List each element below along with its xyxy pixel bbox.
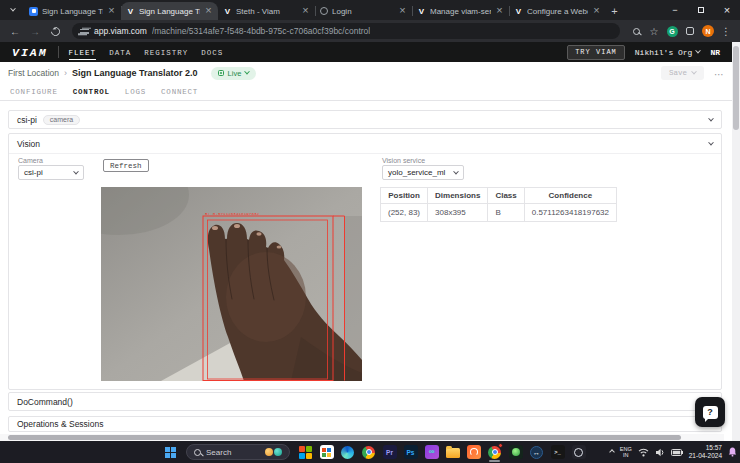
volume-icon[interactable] — [655, 448, 665, 457]
col-dimensions: Dimensions — [428, 188, 488, 204]
tab-close-icon[interactable] — [495, 6, 504, 16]
taskbar-file-explorer[interactable] — [442, 442, 463, 462]
vision-card: Vision Camera csi-pi Refresh Vision serv… — [8, 133, 722, 390]
tab-logs[interactable]: LOGS — [125, 88, 146, 96]
scrollbar-thumb[interactable] — [733, 46, 739, 130]
clock[interactable]: 15:57 21-04-2024 — [689, 444, 722, 461]
camera-component-card[interactable]: csi-pi camera — [8, 110, 722, 129]
extensions-button[interactable] — [682, 23, 698, 39]
taskbar-search[interactable]: Search — [186, 444, 290, 460]
wifi-icon[interactable] — [638, 448, 649, 457]
language-indicator[interactable]: ENG IN — [620, 446, 632, 459]
reload-button[interactable] — [46, 22, 64, 40]
breadcrumb-location-link[interactable]: First Location — [8, 68, 59, 78]
taskbar-purple-app[interactable]: ∞ — [421, 442, 442, 462]
cell-position: (252, 83) — [381, 204, 428, 222]
try-viam-button[interactable]: TRY VIAM — [567, 45, 625, 60]
more-options-button[interactable] — [714, 64, 724, 82]
chrome-icon — [362, 446, 375, 459]
tab-configure[interactable]: CONFIGURE — [10, 88, 58, 96]
horizontal-scrollbar[interactable] — [0, 434, 724, 441]
do-command-card[interactable]: DoCommand() — [8, 392, 722, 411]
save-label: Save — [669, 69, 687, 77]
chevron-down-icon[interactable] — [708, 139, 714, 145]
vision-service-select[interactable]: yolo_service_ml — [382, 165, 464, 180]
taskbar-chrome[interactable] — [358, 442, 379, 462]
tab-title: Configure a Webcam | Co — [527, 7, 588, 16]
grammarly-extension-button[interactable]: G — [664, 23, 680, 39]
operations-sessions-card[interactable]: Operations & Sessions — [8, 416, 722, 432]
windows-logo-icon — [165, 447, 176, 458]
tab-connect[interactable]: CONNECT — [161, 88, 198, 96]
machine-icon — [218, 70, 224, 76]
back-button[interactable]: ← — [6, 22, 24, 40]
tab-search-button[interactable] — [4, 2, 22, 18]
maximize-button[interactable] — [688, 0, 714, 20]
table-header-row: Position Dimensions Class Confidence — [381, 188, 617, 204]
taskbar-teamviewer[interactable]: ↔ — [526, 442, 547, 462]
divider — [58, 46, 59, 58]
scrollbar-thumb[interactable] — [8, 435, 681, 440]
tab-close-icon[interactable] — [398, 6, 407, 16]
address-bar[interactable]: app.viam.com /machine/5314afe7-f548-4bdb… — [72, 23, 620, 39]
zoom-page-button[interactable] — [628, 23, 644, 39]
chevron-down-icon[interactable] — [708, 115, 714, 121]
cell-confidence: 0.5711263418197632 — [524, 204, 616, 222]
taskbar-green-app[interactable] — [505, 442, 526, 462]
site-settings-icon[interactable] — [80, 27, 89, 35]
obs-icon — [572, 445, 586, 459]
taskbar-photoshop[interactable]: Ps — [400, 442, 421, 462]
browser-tab-4[interactable]: Login — [315, 2, 412, 20]
taskbar-chrome-active[interactable] — [484, 442, 505, 462]
browser-menu-button[interactable] — [718, 23, 734, 39]
browser-tab-2-active[interactable]: Sign Language Translato — [121, 2, 218, 20]
new-tab-button[interactable] — [606, 2, 623, 19]
tray-expand-icon[interactable] — [609, 449, 615, 455]
taskbar-edge[interactable] — [337, 442, 358, 462]
url-host: app.viam.com — [94, 26, 147, 36]
camera-select[interactable]: csi-pi — [18, 165, 84, 180]
taskbar-obs[interactable] — [568, 442, 589, 462]
nav-item-data[interactable]: DATA — [109, 45, 131, 59]
nav-item-registry[interactable]: REGISTRY — [144, 45, 188, 59]
tab-close-icon[interactable] — [204, 6, 213, 16]
refresh-button[interactable]: Refresh — [103, 159, 149, 172]
vertical-scrollbar[interactable] — [732, 42, 740, 441]
browser-tab-1[interactable]: Sign Language Translato — [24, 2, 121, 20]
notification-bell-icon[interactable] — [728, 447, 737, 457]
browser-tab-3[interactable]: Steth - Viam — [218, 2, 315, 20]
chevron-down-icon — [691, 69, 697, 75]
magnifier-icon — [633, 28, 640, 35]
save-button[interactable]: Save — [661, 66, 704, 80]
live-status-badge[interactable]: Live — [211, 67, 257, 80]
taskbar-orange-app[interactable] — [463, 442, 484, 462]
forward-button[interactable]: → — [26, 22, 44, 40]
nav-item-fleet[interactable]: FLEET — [69, 45, 97, 60]
taskbar-premiere[interactable]: Pr — [379, 442, 400, 462]
photoshop-icon: Ps — [404, 445, 418, 459]
close-button[interactable] — [714, 0, 740, 20]
taskbar-widgets[interactable] — [295, 442, 316, 462]
vision-card-header[interactable]: Vision — [9, 134, 721, 154]
tab-close-icon[interactable] — [301, 6, 310, 16]
taskbar-terminal[interactable]: >_ — [547, 442, 568, 462]
taskbar-office[interactable] — [316, 442, 337, 462]
tab-control[interactable]: CONTROL — [73, 88, 110, 96]
browser-tab-6[interactable]: Configure a Webcam | Co — [509, 2, 606, 20]
tab-close-icon[interactable] — [592, 6, 601, 16]
profile-avatar-button[interactable]: N — [700, 23, 716, 39]
org-switcher[interactable]: Nikhil's Org — [635, 48, 701, 57]
machine-name: Sign Language Translator 2.0 — [72, 68, 198, 78]
user-avatar[interactable]: NR — [710, 48, 720, 57]
battery-icon[interactable] — [671, 449, 683, 456]
col-class: Class — [488, 188, 524, 204]
browser-tab-5[interactable]: Manage viam-server | Tr — [412, 2, 509, 20]
nav-item-docs[interactable]: DOCS — [201, 45, 223, 59]
minimize-button[interactable] — [662, 0, 688, 20]
tab-close-icon[interactable] — [107, 6, 116, 16]
start-button[interactable] — [160, 442, 181, 462]
bookmark-star-button[interactable] — [646, 23, 662, 39]
help-chat-widget[interactable]: ? — [695, 397, 725, 427]
terminal-icon: >_ — [551, 445, 565, 459]
green-app-icon — [509, 445, 523, 459]
